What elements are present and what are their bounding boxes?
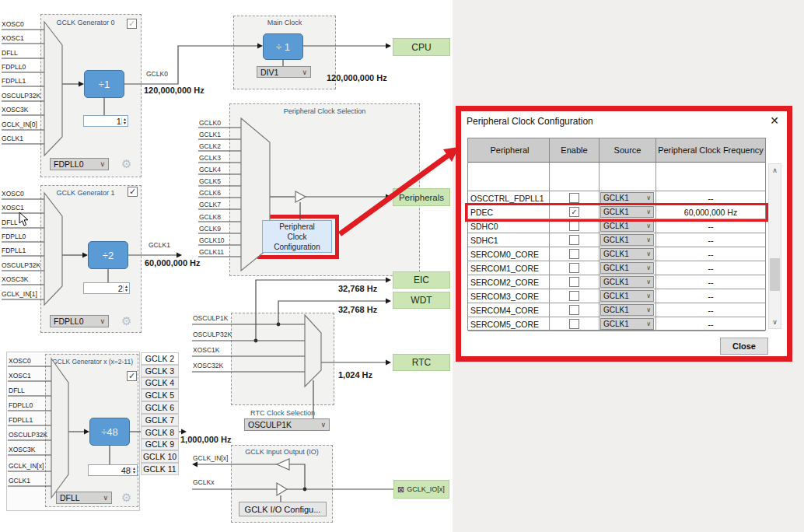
source-dropdown[interactable]: GCLK1∨ <box>600 192 654 204</box>
source-dropdown[interactable]: GCLK1∨ <box>600 248 654 260</box>
gclk-list-item-11[interactable]: GCLK 11 <box>141 463 179 475</box>
table-row: SDHC1 GCLK1∨ -- <box>468 233 765 247</box>
enable-checkbox[interactable] <box>569 193 579 203</box>
close-button[interactable]: Close <box>720 338 768 355</box>
gen1-input-label: GCLK_IN[1] <box>2 290 37 298</box>
genx-input-label: FDPLL0 <box>9 401 33 409</box>
periph-input-label: GCLK0 <box>199 119 221 127</box>
dialog-title: Peripheral Clock Configuration <box>467 116 593 127</box>
source-dropdown[interactable]: GCLK1∨ <box>600 304 654 316</box>
gclk-generator-0-checkbox[interactable]: ✓ <box>127 19 137 29</box>
scroll-up-icon[interactable]: ∧ <box>769 164 781 177</box>
rtc-source-dropdown[interactable]: OSCULP1K ∨ <box>244 418 330 431</box>
gen1-source-dropdown[interactable]: FDPLL0 ∨ <box>50 315 109 327</box>
periph-input-label: GCLK6 <box>199 189 221 197</box>
periph-input-label: GCLK2 <box>199 142 221 150</box>
source-dropdown[interactable]: GCLK1∨ <box>600 318 654 330</box>
gen0-input-label: XOSC0 <box>2 20 24 28</box>
main-clock-div-dropdown[interactable]: DIV1 ∨ <box>257 66 311 78</box>
source-dropdown[interactable]: GCLK1∨ <box>600 290 654 302</box>
enable-checkbox[interactable] <box>569 319 579 329</box>
scroll-down-icon[interactable]: ∨ <box>769 316 781 328</box>
mouse-cursor <box>19 212 30 227</box>
enable-checkbox[interactable] <box>569 263 579 273</box>
cell-peripheral: SERCOM3_CORE <box>468 289 550 303</box>
source-dropdown[interactable]: GCLK1∨ <box>600 234 654 246</box>
cpu-freq-label: 120,000,000 Hz <box>327 73 387 82</box>
gclk-list-item-2[interactable]: GCLK 2 <box>141 352 179 365</box>
gclk-io-target-box: ⊠ GCLK_IO[x] <box>393 480 449 499</box>
gclk-list-item-5[interactable]: GCLK 5 <box>141 389 179 401</box>
clock-configuration-screen: { "icons": { "chevron_down": "∨", "gear"… <box>0 0 804 532</box>
close-icon[interactable]: ✕ <box>768 114 781 127</box>
periph-input-label: GCLK9 <box>199 225 221 233</box>
peripheral-table: Peripheral Enable Source Peripheral Cloc… <box>467 138 766 331</box>
gen0-input-label: DFLL <box>2 49 18 57</box>
genx-source-value: DFLL <box>60 493 80 502</box>
genx-input-label: GCLK1 <box>9 477 30 485</box>
gen1-source-value: FDPLL0 <box>54 317 84 326</box>
gclk-generator-x-checkbox[interactable]: ✓ <box>127 371 137 381</box>
gclk-list-item-6[interactable]: GCLK 6 <box>141 401 179 414</box>
eic-target-box: EIC <box>393 271 450 289</box>
table-header: Peripheral Enable Source Peripheral Cloc… <box>468 138 765 163</box>
enable-checkbox[interactable] <box>569 305 579 315</box>
genx-source-dropdown[interactable]: DFLL ∨ <box>56 492 112 504</box>
source-dropdown[interactable]: GCLK1∨ <box>600 276 654 288</box>
gen0-source-dropdown[interactable]: FDPLL0 ∨ <box>50 158 109 170</box>
enable-checkbox[interactable] <box>569 221 579 231</box>
cell-frequency: -- <box>656 303 765 317</box>
table-scrollbar[interactable]: ∧ ∨ <box>768 163 781 329</box>
gen1-divider-spinner[interactable]: 2 ▴▾ <box>83 282 130 294</box>
genx-settings-gear-icon[interactable]: ⚙ <box>121 492 131 503</box>
scrollbar-thumb[interactable] <box>770 258 780 291</box>
gclk-list-item-10[interactable]: GCLK 10 <box>141 450 179 463</box>
periph-input-label: GCLK5 <box>199 177 221 185</box>
enable-checkbox[interactable] <box>569 235 579 245</box>
gen0-settings-gear-icon[interactable]: ⚙ <box>121 158 131 170</box>
source-dropdown[interactable]: GCLK1∨ <box>600 262 654 274</box>
table-row: SERCOM3_CORE GCLK1∨ -- <box>468 289 765 303</box>
gclk-list-item-7[interactable]: GCLK 7 <box>141 414 179 426</box>
gclk-list-item-3[interactable]: GCLK 3 <box>141 365 179 377</box>
gen1-divider-box: ÷2 <box>88 241 128 269</box>
spinner-arrows-icon[interactable]: ▴▾ <box>131 467 137 474</box>
periph-input-label: GCLK1 <box>199 131 221 138</box>
table-row: SERCOM0_CORE GCLK1∨ -- <box>468 247 765 261</box>
gclk-list-item-9[interactable]: GCLK 9 <box>141 439 179 451</box>
cell-frequency: -- <box>656 233 765 247</box>
gen1-input-label: XOSC1 <box>2 204 24 212</box>
cell-frequency: -- <box>656 275 765 289</box>
periph-input-label: GCLK3 <box>199 154 221 162</box>
gen1-settings-gear-icon[interactable]: ⚙ <box>121 315 131 327</box>
peripheral-clock-configuration-dialog: Peripheral Clock Configuration ✕ Periphe… <box>461 111 787 356</box>
spinner-arrows-icon[interactable]: ▴▾ <box>123 285 129 292</box>
gen0-input-label: OSCULP32K <box>2 92 40 100</box>
gclk-list-item-4[interactable]: GCLK 4 <box>141 377 179 390</box>
gclk-io-target-label: GCLK_IO[x] <box>407 485 445 493</box>
genx-divider-value: 48 <box>121 466 131 475</box>
source-dropdown[interactable]: GCLK1∨ <box>600 220 654 232</box>
periph-input-label: GCLK11 <box>199 248 224 256</box>
rtc-input-label: XOSC32K <box>193 362 223 369</box>
chevron-down-icon: ∨ <box>320 421 326 429</box>
spinner-arrows-icon[interactable]: ▴▾ <box>121 117 128 125</box>
enable-checkbox[interactable] <box>569 249 579 259</box>
chevron-down-icon: ∨ <box>646 264 651 271</box>
gclk-io-configure-button[interactable]: GCLK I/O Configu... <box>239 502 327 516</box>
gen0-divider-spinner[interactable]: 1 ▴▾ <box>83 115 128 127</box>
periph-input-label: GCLK8 <box>199 213 221 221</box>
gen0-input-label: XOSC1 <box>2 34 24 42</box>
gclk-list-item-8[interactable]: GCLK 8 <box>141 426 179 439</box>
genx-input-label: XOSC0 <box>9 357 31 365</box>
enable-checkbox[interactable] <box>569 277 579 287</box>
peripheral-clock-configuration-button[interactable]: Peripheral Clock Configuration <box>262 220 332 253</box>
gen1-input-label: XOSC0 <box>2 190 24 198</box>
cell-peripheral: SDHC1 <box>468 233 550 247</box>
gclk-generator-1-checkbox[interactable]: ✓ <box>128 187 138 197</box>
cell-frequency: -- <box>656 317 765 331</box>
io-box-icon: ⊠ <box>397 485 404 495</box>
main-clock-divider-box: ÷ 1 <box>263 33 303 60</box>
genx-divider-spinner[interactable]: 48 ▴▾ <box>88 464 138 476</box>
enable-checkbox[interactable] <box>569 291 579 301</box>
